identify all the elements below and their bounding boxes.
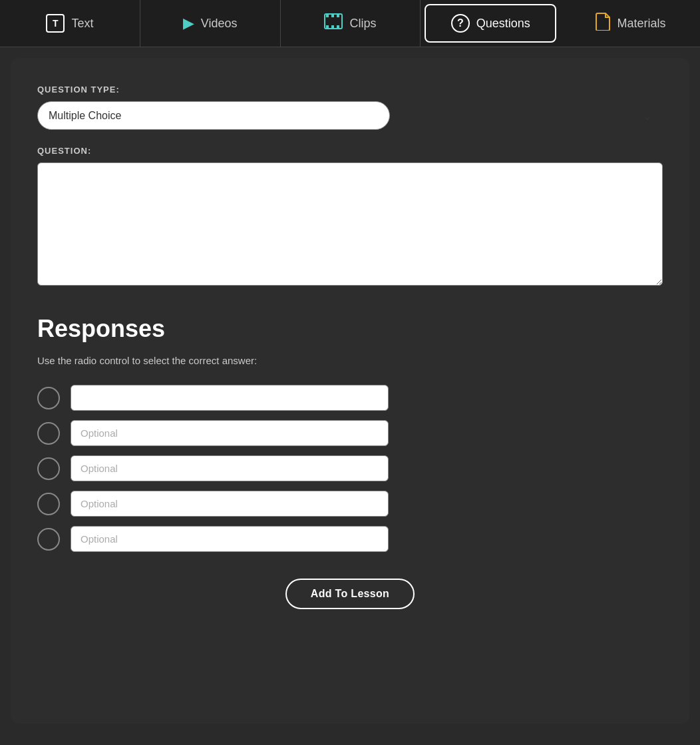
answer-input-5[interactable] [71,526,389,552]
top-nav: T Text ▶ Videos Clips ? Questions [0,0,700,47]
tab-materials[interactable]: Materials [560,0,700,47]
tab-videos-label: Videos [201,17,238,31]
radio-2[interactable] [37,422,60,445]
tab-questions[interactable]: ? Questions [425,4,556,43]
question-type-wrapper: Multiple Choice True/False Short Answer … [37,101,663,130]
answer-row-4 [37,491,663,517]
svg-rect-1 [326,14,329,17]
answer-row-3 [37,455,663,481]
clips-icon [324,13,343,33]
tab-text-label: Text [71,17,93,31]
svg-rect-3 [337,14,339,17]
answer-row-1 [37,385,663,411]
svg-rect-2 [331,14,334,17]
radio-3[interactable] [37,457,60,480]
main-content: QUESTION TYPE: Multiple Choice True/Fals… [11,58,689,724]
question-label: QUESTION: [37,146,663,156]
add-btn-wrapper: Add To Lesson [37,579,663,609]
tab-clips[interactable]: Clips [281,0,421,47]
video-icon: ▶ [183,15,194,32]
answer-input-3[interactable] [71,455,389,481]
answer-input-4[interactable] [71,491,389,517]
svg-rect-6 [337,25,339,29]
radio-5[interactable] [37,528,60,551]
responses-heading: Responses [37,315,663,343]
svg-rect-5 [331,25,334,29]
question-type-label: QUESTION TYPE: [37,85,663,95]
answer-input-1[interactable] [71,385,389,411]
answer-row-2 [37,420,663,446]
radio-4[interactable] [37,493,60,515]
text-icon: T [46,14,65,33]
question-type-select[interactable]: Multiple Choice True/False Short Answer … [37,101,390,130]
add-to-lesson-button[interactable]: Add To Lesson [285,579,415,609]
tab-materials-label: Materials [617,17,666,31]
radio-1[interactable] [37,387,60,409]
tab-text[interactable]: T Text [0,0,140,47]
svg-rect-4 [326,25,329,29]
tab-questions-label: Questions [476,17,530,31]
answer-row-5 [37,526,663,552]
responses-instruction: Use the radio control to select the corr… [37,355,663,366]
tab-clips-label: Clips [349,17,376,31]
answer-input-2[interactable] [71,420,389,446]
select-arrow-icon: ⌄ [642,109,652,123]
questions-icon: ? [451,14,470,33]
tab-videos[interactable]: ▶ Videos [140,0,281,47]
question-textarea[interactable] [37,162,663,286]
materials-icon [595,12,611,35]
